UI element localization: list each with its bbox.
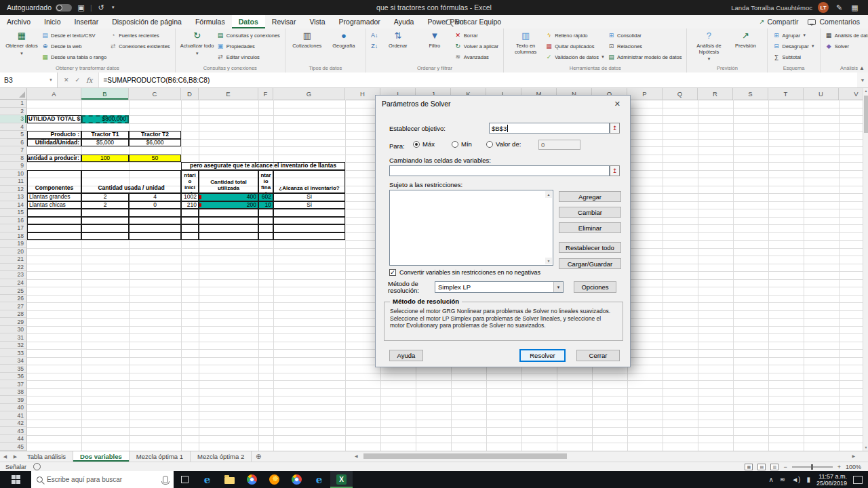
cell-d15[interactable] [181,209,199,217]
scroll-left-icon[interactable]: ◀ [355,453,358,458]
column-header-r[interactable]: R [698,87,733,100]
cell-f16[interactable] [258,217,273,225]
sheet-nav-left-icon[interactable]: ◀ [0,451,10,462]
ribbon-button-agrupar[interactable]: ⊞Agrupar▼ [772,30,814,41]
cell-a18[interactable] [27,232,81,241]
zoom-slider-knob[interactable] [811,464,813,470]
start-button[interactable] [0,471,31,488]
cell-a14[interactable]: Llantas chicas [27,201,81,209]
tab-ayuda[interactable]: Ayuda [387,15,421,28]
ribbon-button-desde-una-tabla-o-rango[interactable]: ▦Desde una tabla o rango [41,52,106,62]
column-header-d[interactable]: D [181,87,199,100]
row-header-24[interactable]: 24 [0,279,27,287]
sheet-tab-mezcla-optima-2[interactable]: Mezcla óptima 2 [191,451,252,462]
row-header-10[interactable]: 10 [0,170,27,178]
save-icon[interactable]: ▣ [76,3,86,12]
volume-icon[interactable]: ◄) [791,476,800,483]
row-header-3[interactable]: 3 [0,115,27,123]
tab-archivo[interactable]: Archivo [0,15,37,28]
chevron-down-icon[interactable]: ▼ [553,282,563,292]
sheet-tab-dos-variables[interactable]: Dos variables [73,451,130,462]
cell-a15[interactable] [27,209,81,217]
cell-a17[interactable] [27,224,81,232]
row-header-36[interactable]: 36 [0,373,27,381]
undo-dropdown-icon[interactable]: ▼ [111,5,116,9]
ribbon-button-desagrupar[interactable]: ⊟Desagrupar▼ [772,41,814,52]
ribbon-button-sort-az[interactable]: A↓ [371,30,378,41]
row-header-23[interactable]: 23 [0,271,27,279]
row-header-39[interactable]: 39 [0,396,27,404]
ribbon-button-borrar[interactable]: ✕Borrar [454,30,498,41]
taskbar-app-firefox[interactable] [263,471,285,488]
sheet-nav-right-icon[interactable]: ▶ [10,451,20,462]
scroll-right-icon[interactable]: ▶ [852,453,855,458]
cell-g15[interactable] [273,209,345,217]
close-button[interactable]: Cerrar [576,350,620,361]
cell-b5[interactable]: Tractor T1 [81,131,129,139]
tray-expand-icon[interactable]: ∧ [768,476,773,483]
battery-icon[interactable]: ▮ [806,476,810,483]
ribbon-button-desde-el-texto-csv[interactable]: ▤Desde el texto/CSV [41,30,106,41]
microphone-icon[interactable] [163,476,168,483]
dialog-titlebar[interactable]: Parámetros de Solver ✕ [376,96,630,112]
reset-all-button[interactable]: Restablecer todo [559,242,621,253]
ribbon-button-relaciones[interactable]: ⊡Relaciones [608,41,682,52]
column-header-v[interactable]: V [839,87,863,100]
row-header-34[interactable]: 34 [0,357,27,365]
user-avatar[interactable]: LT [818,2,829,13]
row-header-35[interactable]: 35 [0,365,27,373]
row-header-17[interactable]: 17 [0,224,27,232]
cell-c5[interactable]: Tractor T2 [129,131,181,139]
undo-icon[interactable]: ↺ [96,3,106,12]
horizontal-scrollbar[interactable]: ◀ ▶ [353,452,857,460]
zoom-slider[interactable] [792,466,833,468]
ribbon-button-administrar-modelo-de-datos[interactable]: ▤Administrar modelo de datos [608,52,682,62]
row-header-18[interactable]: 18 [0,232,27,241]
name-box-dropdown-icon[interactable]: ▼ [49,78,53,82]
non-negative-checkbox[interactable]: ✓ [389,269,396,276]
scroll-down-icon[interactable]: ▼ [545,258,552,264]
cell-e18[interactable] [199,232,258,241]
action-center-icon[interactable] [853,476,863,484]
row-header-1[interactable]: 1 [0,100,27,108]
formula-input[interactable]: =SUMAPRODUCTO(B6:C6,B8:C8) [99,73,857,87]
row-header-16[interactable]: 16 [0,217,27,225]
autosave-toggle[interactable] [56,4,72,12]
taskbar-search[interactable]: Escribe aquí para buscar [31,471,174,488]
column-header-g[interactable]: G [273,87,345,100]
cell-a8[interactable]: Cantidad a producir: [27,155,81,163]
row-header-6[interactable]: 6 [0,139,27,147]
ribbon-button-propiedades[interactable]: ▣Propiedades [217,41,280,52]
cell-a13[interactable]: Llantas grandes [27,193,81,201]
comments-button[interactable]: Comentarios [808,18,860,26]
cell-d18[interactable] [181,232,199,241]
cell-a10[interactable]: Componentes [27,170,81,194]
cell-g13[interactable]: Si [273,193,345,201]
select-all-corner[interactable] [0,87,27,100]
row-header-2[interactable]: 2 [0,108,27,116]
ribbon-button-analisis-de-datos[interactable]: ▦Análisis de datos [825,30,868,41]
insert-function-icon[interactable]: fx [86,77,92,84]
row-header-30[interactable]: 30 [0,326,27,334]
solve-button[interactable]: Resolver [519,349,566,362]
scroll-down-icon[interactable]: ▼ [863,445,868,449]
normal-view-icon[interactable]: ▦ [745,464,753,470]
row-header-42[interactable]: 42 [0,420,27,428]
cell-g14[interactable]: Si [273,201,345,209]
cell-c8[interactable]: 50 [129,155,181,163]
row-header-20[interactable]: 20 [0,248,27,256]
share-button[interactable]: ↗ Compartir [760,18,799,26]
cell-d10[interactable]: Inventario inicial [181,170,199,194]
row-header-14[interactable]: 14 [0,201,27,209]
cell-d17[interactable] [181,224,199,232]
ribbon-button-fuentes-recientes[interactable]: ◔Fuentes recientes [109,30,170,41]
cell-e13[interactable]: 400 [199,193,258,201]
row-header-7[interactable]: 7 [0,146,27,155]
cell-d13[interactable]: 1002 [181,193,199,201]
row-header-37[interactable]: 37 [0,380,27,388]
cell-f17[interactable] [258,224,273,232]
cell-b8[interactable]: 100 [81,155,129,163]
vertical-scrollbar[interactable]: ▲ ▼ [863,87,868,451]
cell-b17[interactable] [81,224,129,232]
column-header-s[interactable]: S [733,87,768,100]
